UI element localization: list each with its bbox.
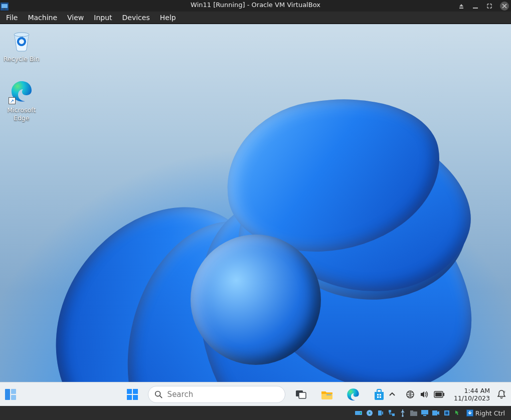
svg-rect-24 xyxy=(443,393,444,396)
svg-rect-30 xyxy=(378,410,382,415)
store-icon xyxy=(372,387,386,401)
svg-rect-7 xyxy=(11,395,16,400)
system-tray[interactable] xyxy=(403,388,448,401)
svg-rect-3 xyxy=(473,8,478,9)
svg-rect-16 xyxy=(326,394,331,395)
svg-rect-11 xyxy=(133,395,138,400)
svg-rect-19 xyxy=(377,396,379,397)
chevron-up-icon xyxy=(389,391,396,398)
vb-shared-folders-icon[interactable] xyxy=(409,408,418,417)
vb-optical-icon[interactable] xyxy=(365,408,374,417)
host-key-label: Right Ctrl xyxy=(475,409,505,417)
host-statusbar: Right Ctrl xyxy=(0,406,511,420)
svg-point-29 xyxy=(369,412,370,413)
svg-point-34 xyxy=(402,415,404,417)
svg-rect-6 xyxy=(11,389,16,394)
svg-rect-39 xyxy=(432,410,437,415)
svg-rect-8 xyxy=(127,389,132,394)
vb-cpu-icon[interactable] xyxy=(442,408,451,417)
svg-rect-33 xyxy=(392,413,395,416)
taskbar-center xyxy=(122,384,390,405)
host-titlebar: Win11 [Running] - Oracle VM VirtualBox xyxy=(0,0,511,12)
task-view-icon xyxy=(294,388,307,401)
svg-rect-18 xyxy=(379,394,381,395)
tray-overflow-button[interactable] xyxy=(386,389,399,400)
svg-rect-17 xyxy=(377,394,379,395)
svg-rect-35 xyxy=(410,411,417,416)
battery-icon xyxy=(434,391,445,398)
svg-rect-1 xyxy=(2,4,8,8)
vb-audio-icon[interactable] xyxy=(376,408,385,417)
vb-network-icon[interactable] xyxy=(387,408,396,417)
recycle-bin-icon xyxy=(10,28,34,52)
guest-desktop[interactable]: Recycle Bin ↗ MicrosoftEdge xyxy=(0,24,511,406)
menu-devices[interactable]: Devices xyxy=(117,12,155,23)
desktop-icon-microsoft-edge[interactable]: ↗ MicrosoftEdge xyxy=(0,78,43,122)
shortcut-arrow-icon: ↗ xyxy=(9,97,16,104)
file-explorer-button[interactable] xyxy=(316,384,337,405)
edge-icon xyxy=(346,387,360,401)
vb-recording-icon[interactable] xyxy=(431,408,440,417)
menu-machine[interactable]: Machine xyxy=(23,12,62,23)
svg-rect-36 xyxy=(410,410,413,412)
desktop-icon-label: Recycle Bin xyxy=(4,55,40,63)
host-maximize-button[interactable] xyxy=(486,3,493,10)
virtualbox-app-icon xyxy=(1,3,9,11)
svg-rect-20 xyxy=(379,396,381,397)
host-key-indicator[interactable]: Right Ctrl xyxy=(466,409,505,417)
volume-icon xyxy=(420,390,429,399)
menu-input[interactable]: Input xyxy=(89,12,117,23)
desktop-icons: Recycle Bin ↗ MicrosoftEdge xyxy=(0,27,43,137)
taskbar-right: 1:44 AM 11/10/2023 z xyxy=(386,387,507,402)
svg-rect-2 xyxy=(4,8,6,10)
vb-mouse-integration-icon[interactable] xyxy=(453,408,462,417)
host-close-button[interactable] xyxy=(500,2,509,11)
desktop-icon-recycle-bin[interactable]: Recycle Bin xyxy=(0,27,43,63)
svg-point-12 xyxy=(155,391,160,396)
search-icon xyxy=(154,390,162,399)
vb-hdd-icon[interactable] xyxy=(354,408,363,417)
svg-rect-37 xyxy=(421,410,428,414)
task-view-button[interactable] xyxy=(290,384,311,405)
window-title: Win11 [Running] - Oracle VM VirtualBox xyxy=(191,1,320,9)
svg-rect-32 xyxy=(389,410,391,412)
svg-rect-10 xyxy=(127,395,132,400)
network-icon xyxy=(406,390,415,399)
menu-file[interactable]: File xyxy=(1,12,23,23)
host-key-arrow-icon xyxy=(466,409,473,416)
wallpaper-bloom xyxy=(40,84,491,406)
taskbar-search[interactable] xyxy=(148,386,285,403)
vb-usb-icon[interactable] xyxy=(398,408,407,417)
svg-text:z: z xyxy=(503,390,505,394)
windows-logo-icon xyxy=(126,388,139,401)
desktop-icon-label: MicrosoftEdge xyxy=(8,106,36,122)
host-minimize-button[interactable] xyxy=(472,3,479,10)
host-eject-button[interactable] xyxy=(458,3,465,10)
edge-taskbar-button[interactable] xyxy=(343,384,364,405)
svg-rect-23 xyxy=(435,392,442,396)
taskbar-clock[interactable]: 1:44 AM 11/10/2023 xyxy=(452,387,492,402)
host-menubar: File Machine View Input Devices Help xyxy=(0,12,511,24)
svg-rect-5 xyxy=(5,389,10,400)
clock-date: 11/10/2023 xyxy=(454,394,490,402)
widgets-button[interactable] xyxy=(0,382,21,406)
svg-rect-38 xyxy=(423,415,426,416)
menu-help[interactable]: Help xyxy=(155,12,181,23)
search-input[interactable] xyxy=(167,390,279,399)
vb-display-icon[interactable] xyxy=(420,408,429,417)
bell-icon: z xyxy=(496,389,507,400)
svg-point-4 xyxy=(14,33,29,37)
start-button[interactable] xyxy=(122,384,143,405)
folder-icon xyxy=(320,387,334,401)
taskbar: 1:44 AM 11/10/2023 z xyxy=(0,382,511,406)
svg-rect-41 xyxy=(445,411,448,414)
clock-time: 1:44 AM xyxy=(454,387,490,394)
svg-rect-9 xyxy=(133,389,138,394)
notifications-button[interactable]: z xyxy=(496,389,507,400)
edge-icon: ↗ xyxy=(10,79,34,103)
svg-line-13 xyxy=(159,395,161,397)
svg-rect-15 xyxy=(299,392,306,398)
menu-view[interactable]: View xyxy=(62,12,89,23)
svg-point-27 xyxy=(360,412,362,414)
svg-rect-31 xyxy=(382,411,383,414)
